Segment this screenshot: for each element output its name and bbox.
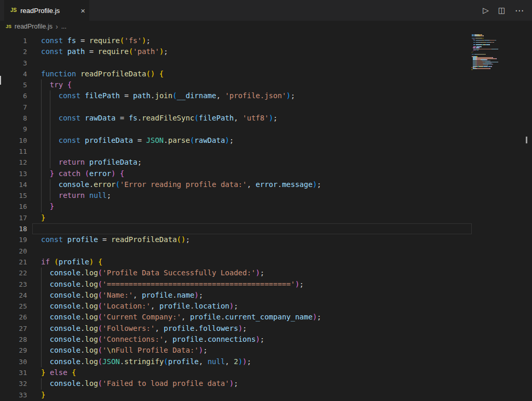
code-line-content[interactable] xyxy=(32,223,472,234)
minimap[interactable] xyxy=(472,34,509,70)
line-number[interactable]: 8 xyxy=(0,113,32,124)
line-number[interactable]: 7 xyxy=(0,102,32,113)
code-line-content[interactable]: if (profile) { xyxy=(32,257,472,268)
code-line-content[interactable]: console.log('Name:', profile.name); xyxy=(32,290,472,301)
code-line-content[interactable]: const path = require('path'); xyxy=(32,46,472,57)
line-number[interactable]: 27 xyxy=(0,323,32,334)
line-number[interactable]: 16 xyxy=(0,201,32,212)
line-number[interactable]: 29 xyxy=(0,345,32,356)
code-line-content[interactable]: console.log('\nFull Profile Data:'); xyxy=(32,345,472,356)
line-number[interactable]: 10 xyxy=(0,135,32,146)
code-line[interactable]: 18 xyxy=(0,223,532,234)
code-line[interactable]: 7 xyxy=(0,102,532,113)
code-line-content[interactable]: const profile = readProfileData(); xyxy=(32,234,472,245)
tab-readprofile-js[interactable]: JS readProfile.js × xyxy=(4,0,89,21)
code-line-content[interactable]: return profileData; xyxy=(32,157,472,168)
run-button[interactable]: ▷ xyxy=(483,6,489,15)
code-line[interactable]: 16 } xyxy=(0,201,532,212)
code-line-content[interactable]: console.log('===========================… xyxy=(32,279,472,290)
line-number[interactable]: 31 xyxy=(0,367,32,378)
code-line[interactable]: 10 const profileData = JSON.parse(rawDat… xyxy=(0,135,532,146)
code-line[interactable]: 17} xyxy=(0,212,532,223)
code-line-content[interactable]: const filePath = path.join(__dirname, 'p… xyxy=(32,90,472,101)
code-line-content[interactable] xyxy=(32,124,472,135)
line-number[interactable]: 33 xyxy=(0,390,32,400)
line-number[interactable]: 18 xyxy=(0,223,32,234)
line-number[interactable]: 19 xyxy=(0,234,32,245)
code-line[interactable]: 27 console.log('Followers:', profile.fol… xyxy=(0,323,532,334)
code-line-content[interactable]: function readProfileData() { xyxy=(32,69,472,79)
line-number[interactable]: 11 xyxy=(0,146,32,157)
code-line[interactable]: 15 return null; xyxy=(0,190,532,201)
line-number[interactable]: 22 xyxy=(0,268,32,278)
code-line-content[interactable]: const rawData = fs.readFileSync(filePath… xyxy=(32,113,472,124)
code-line[interactable]: 26 console.log('Current Company:', profi… xyxy=(0,312,532,323)
code-line[interactable]: 30 console.log(JSON.stringify(profile, n… xyxy=(0,356,532,367)
line-number[interactable]: 23 xyxy=(0,279,32,290)
code-line-content[interactable]: console.log(JSON.stringify(profile, null… xyxy=(32,356,472,367)
line-number[interactable]: 20 xyxy=(0,246,32,257)
line-number[interactable]: 26 xyxy=(0,312,32,323)
code-line-content[interactable]: } catch (error) { xyxy=(32,168,472,179)
code-line-content[interactable] xyxy=(32,102,472,113)
breadcrumb-item-symbol[interactable]: ... xyxy=(61,23,66,30)
code-line[interactable]: 33} xyxy=(0,390,532,400)
line-number[interactable]: 30 xyxy=(0,356,32,367)
code-line-content[interactable]: console.log('Failed to load profile data… xyxy=(32,378,472,389)
line-number[interactable]: 24 xyxy=(0,290,32,301)
code-line[interactable]: 11 xyxy=(0,146,532,157)
code-line[interactable]: 12 return profileData; xyxy=(0,157,532,168)
code-line[interactable]: 25 console.log('Location:', profile.loca… xyxy=(0,301,532,312)
line-number[interactable]: 28 xyxy=(0,334,32,345)
code-line[interactable]: 4function readProfileData() { xyxy=(0,69,532,79)
line-number[interactable]: 13 xyxy=(0,168,32,179)
line-number[interactable]: 12 xyxy=(0,157,32,168)
line-number[interactable]: 4 xyxy=(0,69,32,79)
code-line-content[interactable]: } xyxy=(32,201,472,212)
code-line-content[interactable]: console.log('Profile Data Successfully L… xyxy=(32,268,472,278)
editor[interactable]: 1const fs = require('fs');2const path = … xyxy=(0,32,532,400)
code-line[interactable]: 8 const rawData = fs.readFileSync(filePa… xyxy=(0,113,532,124)
code-line-content[interactable]: return null; xyxy=(32,190,472,201)
code-line[interactable]: 9 xyxy=(0,124,532,135)
code-line[interactable]: 22 console.log('Profile Data Successfull… xyxy=(0,268,532,278)
line-number[interactable]: 17 xyxy=(0,212,32,223)
code-line-content[interactable]: } xyxy=(32,212,472,223)
line-number[interactable]: 21 xyxy=(0,257,32,268)
code-line-content[interactable]: console.log('Location:', profile.locatio… xyxy=(32,301,472,312)
code-line[interactable]: 2const path = require('path'); xyxy=(0,46,532,57)
code-line-content[interactable]: const profileData = JSON.parse(rawData); xyxy=(32,135,472,146)
line-number[interactable]: 9 xyxy=(0,124,32,135)
code-line-content[interactable]: console.error('Error reading profile dat… xyxy=(32,179,472,190)
code-line[interactable]: 1const fs = require('fs'); xyxy=(0,35,532,46)
code-line-content[interactable]: console.log('Followers:', profile.follow… xyxy=(32,323,472,334)
line-number[interactable]: 14 xyxy=(0,179,32,190)
line-number[interactable]: 15 xyxy=(0,190,32,201)
code-line-content[interactable] xyxy=(32,58,472,69)
line-number[interactable]: 5 xyxy=(0,79,32,90)
code-line-content[interactable]: console.log('Current Company:', profile.… xyxy=(32,312,472,323)
line-number[interactable]: 32 xyxy=(0,378,32,389)
breadcrumb-item-file[interactable]: readProfile.js xyxy=(15,23,52,30)
line-number[interactable]: 2 xyxy=(0,46,32,57)
code-line[interactable]: 3 xyxy=(0,58,532,69)
line-number[interactable]: 3 xyxy=(0,58,32,69)
code-line-content[interactable]: } xyxy=(32,390,472,400)
code-line[interactable]: 5 try { xyxy=(0,79,532,90)
code-line[interactable]: 19const profile = readProfileData(); xyxy=(0,234,532,245)
line-number[interactable]: 6 xyxy=(0,90,32,101)
code-line[interactable]: 23 console.log('========================… xyxy=(0,279,532,290)
code-line-content[interactable]: console.log('Connections:', profile.conn… xyxy=(32,334,472,345)
code-line[interactable]: 6 const filePath = path.join(__dirname, … xyxy=(0,90,532,101)
split-editor-button[interactable]: ◫ xyxy=(498,6,506,15)
more-actions-button[interactable]: ⋯ xyxy=(515,5,524,16)
code-line[interactable]: 21if (profile) { xyxy=(0,257,532,268)
code-line[interactable]: 20 xyxy=(0,246,532,257)
code-line[interactable]: 14 console.error('Error reading profile … xyxy=(0,179,532,190)
code-line-content[interactable] xyxy=(32,146,472,157)
code-line[interactable]: 31} else { xyxy=(0,367,532,378)
close-tab-icon[interactable]: × xyxy=(81,7,85,15)
code-line-content[interactable] xyxy=(32,246,472,257)
code-line[interactable]: 24 console.log('Name:', profile.name); xyxy=(0,290,532,301)
code-line-content[interactable]: const fs = require('fs'); xyxy=(32,35,472,46)
